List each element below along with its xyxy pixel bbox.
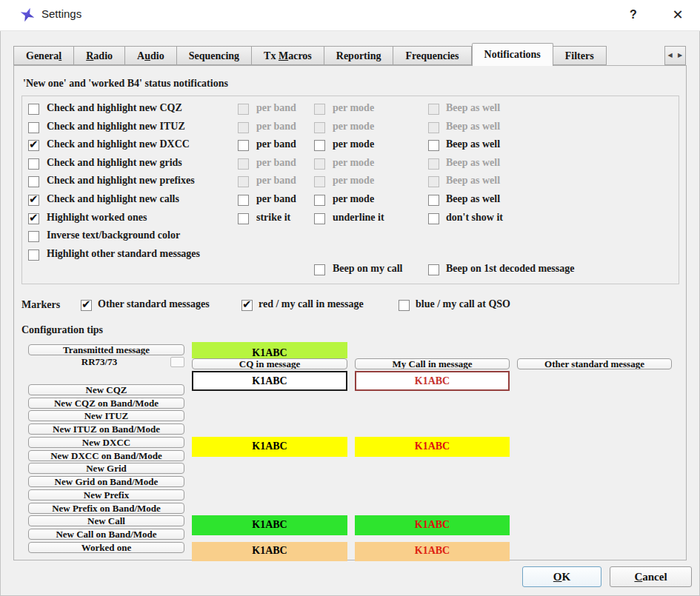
row-beep-options: Beep on my call Beep on 1st decoded mess… <box>21 264 679 277</box>
button-new-cqz[interactable]: New CQZ <box>28 384 184 395</box>
label-new-cqz: Check and highlight new CQZ <box>47 102 182 114</box>
tab-bar: General Radio Audio Sequencing Tx Macros… <box>13 43 607 66</box>
checkbox-new-calls[interactable] <box>28 195 39 206</box>
label-highlight-worked: Highlight worked ones <box>47 212 147 224</box>
tab-radio[interactable]: Radio <box>74 46 125 65</box>
label-new-dxcc: Check and highlight new DXCC <box>47 138 190 150</box>
checkbox-red-my-call-in-message[interactable] <box>241 300 253 311</box>
label-beep-as-well: Beep as well <box>446 102 500 114</box>
checkbox-beep-on-my-call[interactable] <box>314 264 325 275</box>
tab-sequencing[interactable]: Sequencing <box>177 46 252 65</box>
button-new-call[interactable]: New Call <box>28 515 184 526</box>
ok-button[interactable]: OK <box>522 566 601 587</box>
tab-scroll-left-icon[interactable]: ◀ <box>664 46 676 65</box>
checkbox-new-calls-beep[interactable] <box>428 195 439 206</box>
label-beep-as-well: Beep as well <box>446 121 500 133</box>
checkbox-dont-show-it[interactable] <box>428 213 439 224</box>
checkbox-new-grids-beep <box>428 158 439 170</box>
label-highlight-other-standard: Highlight other standard messages <box>47 248 200 260</box>
swatch-transmitted-message: K1ABC <box>192 342 347 358</box>
row-new-cqz: Check and highlight new CQZ per band per… <box>21 104 679 116</box>
checkbox-new-prefixes-per-mode <box>314 176 325 187</box>
label-red-my-call-in-message: red / my call in message <box>259 298 364 310</box>
close-icon[interactable]: ✕ <box>665 4 690 25</box>
checkbox-underline-it[interactable] <box>314 213 325 224</box>
tab-filters[interactable]: Filters <box>553 46 607 65</box>
button-cq-in-message[interactable]: CQ in message <box>192 358 347 369</box>
row-worked-ones: Highlight worked ones strike it underlin… <box>21 213 679 226</box>
tab-scroll-right-icon[interactable]: ▶ <box>675 46 686 65</box>
tab-audio[interactable]: Audio <box>125 46 177 65</box>
checkbox-new-cqz[interactable] <box>28 104 39 115</box>
rr73-counter-box[interactable] <box>170 357 184 367</box>
checkbox-new-ituz[interactable] <box>28 122 39 133</box>
button-new-call-band-mode[interactable]: New Call on Band/Mode <box>28 529 184 540</box>
checkbox-blue-my-call-at-qso[interactable] <box>399 300 410 311</box>
label-blue-my-call-at-qso: blue / my call at QSO <box>416 298 510 310</box>
tab-frequencies[interactable]: Frequencies <box>393 46 471 65</box>
checkbox-beep-1st-decoded[interactable] <box>428 264 439 275</box>
label-beep-as-well: Beep as well <box>446 138 500 150</box>
label-beep-on-my-call: Beep on my call <box>333 263 403 275</box>
button-my-call-in-message[interactable]: My Call in message <box>355 358 510 369</box>
window-title: Settings <box>41 7 81 20</box>
checkbox-other-standard-messages[interactable] <box>81 300 92 311</box>
checkbox-highlight-worked[interactable] <box>28 213 39 224</box>
checkbox-new-prefixes-per-band <box>238 176 249 187</box>
label-inverse-colors: Inverse text/background color <box>47 230 180 241</box>
checkbox-new-ituz-per-band <box>238 122 249 133</box>
button-new-ituz[interactable]: New ITUZ <box>28 410 184 421</box>
group-title: 'New one' and 'worked B4' status notific… <box>23 78 228 90</box>
markers-label: Markers <box>21 299 60 311</box>
cancel-button[interactable]: Cancel <box>610 566 692 587</box>
button-new-prefix[interactable]: New Prefix <box>28 489 184 500</box>
label-per-band: per band <box>256 175 296 187</box>
label-dont-show-it: don't show it <box>446 212 503 224</box>
tab-reporting[interactable]: Reporting <box>324 46 394 65</box>
button-worked-one[interactable]: Worked one <box>28 542 184 553</box>
tab-tx-macros[interactable]: Tx Macros <box>252 46 324 65</box>
checkbox-highlight-other-standard[interactable] <box>28 250 39 261</box>
button-new-dxcc-band-mode[interactable]: New DXCC on Band/Mode <box>28 450 184 461</box>
checkbox-strike-it[interactable] <box>238 213 249 224</box>
button-new-cqz-band-mode[interactable]: New CQZ on Band/Mode <box>28 398 184 409</box>
button-rr73[interactable]: RR73/73 <box>28 357 170 368</box>
checkbox-new-grids-per-mode <box>314 158 325 170</box>
row-inverse-colors: Inverse text/background color <box>21 231 679 244</box>
help-button[interactable]: ? <box>621 4 646 25</box>
button-new-grid[interactable]: New Grid <box>28 463 184 474</box>
checkbox-inverse-colors[interactable] <box>28 231 39 242</box>
checkbox-new-dxcc-per-band[interactable] <box>238 140 249 151</box>
checkbox-new-dxcc-per-mode[interactable] <box>314 140 325 151</box>
checkbox-new-calls-per-band[interactable] <box>238 195 249 206</box>
label-new-ituz: Check and highlight new ITUZ <box>47 121 185 133</box>
checkbox-new-calls-per-mode[interactable] <box>314 195 325 206</box>
label-beep-1st-decoded: Beep on 1st decoded message <box>446 263 574 275</box>
button-new-grid-band-mode[interactable]: New Grid on Band/Mode <box>28 476 184 487</box>
label-per-band: per band <box>256 157 296 169</box>
label-beep-as-well: Beep as well <box>446 175 500 187</box>
swatch-worked-one-cq: K1ABC <box>192 542 347 561</box>
button-new-dxcc[interactable]: New DXCC <box>28 437 184 448</box>
checkbox-new-grids[interactable] <box>28 158 39 170</box>
tab-general[interactable]: General <box>13 46 74 65</box>
checkbox-new-prefixes[interactable] <box>28 176 39 187</box>
button-new-prefix-band-mode[interactable]: New Prefix on Band/Mode <box>28 503 184 514</box>
checkbox-new-prefixes-beep <box>428 176 439 187</box>
button-transmitted-message[interactable]: Transmitted message <box>28 344 184 355</box>
tab-notifications[interactable]: Notifications <box>472 43 553 66</box>
swatch-my-call-in-message: K1ABC <box>355 371 510 391</box>
label-new-prefixes: Check and highlight new prefixes <box>47 175 195 187</box>
swatch-new-call-cq: K1ABC <box>192 515 347 535</box>
button-other-standard-message[interactable]: Other standard message <box>517 358 672 369</box>
checkbox-new-dxcc-beep[interactable] <box>428 140 439 151</box>
swatch-worked-one-mycall: K1ABC <box>355 542 510 561</box>
app-icon <box>19 7 36 23</box>
notifications-tab-pane: 'New one' and 'worked B4' status notific… <box>13 65 687 560</box>
label-new-calls: Check and highlight new calls <box>47 193 179 205</box>
swatch-cq-in-message: K1ABC <box>192 371 347 391</box>
title-bar: Settings ? ✕ <box>0 0 700 31</box>
button-new-ituz-band-mode[interactable]: New ITUZ on Band/Mode <box>28 423 184 435</box>
checkbox-new-dxcc[interactable] <box>28 140 39 151</box>
checkbox-new-ituz-per-mode <box>314 122 325 133</box>
